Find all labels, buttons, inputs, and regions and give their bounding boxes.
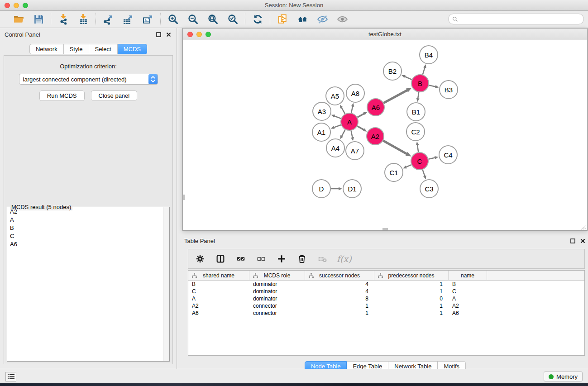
export-image-button[interactable] [142,13,154,26]
table-row[interactable]: Bdominator41B [188,281,584,288]
network-minimize-button[interactable] [196,32,202,37]
network-canvas[interactable]: B4B2BB3A5A8A6B1A3AC2A1A2A4A7C4CC1C3DD1 [183,40,587,230]
graph-edge-A-A8[interactable] [351,106,353,113]
graph-edge-C-C1[interactable] [406,165,411,167]
search-box[interactable] [448,14,584,24]
graph-edge-C-C4[interactable] [429,157,435,159]
resize-grip-icon[interactable] [581,224,587,230]
table-cell[interactable]: B [449,281,487,288]
tab-network[interactable]: Network [29,44,64,54]
graph-edge-A-A5[interactable] [341,107,345,114]
table-settings-button[interactable] [194,253,206,265]
network-window-titlebar[interactable]: testGlobe.txt [183,29,587,40]
table-cell[interactable]: A2 [188,302,249,310]
table-cell[interactable]: A [449,295,487,302]
add-column-button[interactable] [276,253,287,265]
open-file-button[interactable] [12,13,25,26]
column-header-shared-name[interactable]: shared name [188,271,249,280]
h-scrollbar-nub[interactable] [382,228,388,230]
select-all-button[interactable] [235,253,247,265]
import-table-button[interactable] [77,13,90,26]
search-input[interactable] [458,16,583,23]
graph-edge-A-A2[interactable] [357,126,364,130]
table-cell[interactable]: C [449,288,487,295]
new-network-from-selection-button[interactable] [276,13,289,26]
table-cell[interactable]: C [188,288,249,295]
table-row[interactable]: A2connector11A2 [188,302,584,310]
refresh-button[interactable] [251,13,264,26]
graph-edge-A-A3[interactable] [334,116,341,119]
memory-button[interactable]: Memory [544,372,583,381]
table-row[interactable]: Cdominator41C [188,288,584,295]
table-cell[interactable]: dominator [249,288,305,295]
table-cell[interactable]: A6 [188,310,249,317]
zoom-window-button[interactable] [23,3,28,8]
table-cell[interactable]: 1 [374,310,449,317]
hide-selected-button[interactable] [316,13,329,26]
task-history-button[interactable] [5,372,16,381]
table-cell[interactable]: A [188,295,249,302]
zoom-selected-button[interactable] [226,13,239,26]
graph-edge-A-A4[interactable] [342,130,345,137]
save-session-button[interactable] [32,13,45,26]
table-cell[interactable]: A2 [449,302,487,310]
float-panel-button[interactable] [155,31,162,38]
graph-edge-B-B1[interactable] [418,92,419,99]
table-close-panel-button[interactable] [579,237,586,244]
graph-edge-A2-C[interactable] [383,141,407,154]
table-cell[interactable]: 1 [374,302,449,310]
graph-edge-C-C3[interactable] [423,170,425,176]
table-cell[interactable]: 4 [305,288,374,295]
close-panel-action-button[interactable]: Close panel [91,91,138,101]
zoom-in-button[interactable] [167,13,179,26]
table-row[interactable]: Adominator80A [188,295,584,302]
graph-edge-C-C2[interactable] [417,145,418,152]
table-cell[interactable]: 8 [305,295,374,302]
graph-edge-A-A7[interactable] [351,131,353,138]
graph-edge-A-A6[interactable] [358,114,365,118]
graph-edge-B-B4[interactable] [423,67,425,75]
table-cell[interactable]: dominator [249,295,305,302]
table-cell[interactable]: 1 [374,281,449,288]
show-all-button[interactable] [336,13,349,26]
column-header-name[interactable]: name [449,271,487,280]
column-header-predecessor-nodes[interactable]: predecessor nodes [374,271,449,280]
run-mcds-button[interactable]: Run MCDS [39,91,85,101]
network-graph[interactable]: B4B2BB3A5A8A6B1A3AC2A1A2A4A7C4CC1C3DD1 [183,40,587,230]
mcds-result-item[interactable]: A [7,216,163,224]
table-cell[interactable]: connector [249,310,305,317]
tab-mcds[interactable]: MCDS [118,44,147,54]
table-cell[interactable]: connector [249,302,305,310]
export-table-button[interactable] [122,13,134,26]
table-cell[interactable]: B [188,281,249,288]
table-float-panel-button[interactable] [569,237,576,244]
zoom-fit-button[interactable] [206,13,219,26]
node-table[interactable]: shared nameMCDS rolesuccessor nodesprede… [188,270,585,356]
table-cell[interactable]: A6 [449,310,487,317]
zoom-out-button[interactable] [186,13,199,26]
show-columns-button[interactable] [215,253,226,265]
tab-style[interactable]: Style [64,44,89,54]
mcds-result-list[interactable]: A2ABCA6 [7,208,163,361]
column-header-successor-nodes[interactable]: successor nodes [305,271,374,280]
mcds-result-item[interactable]: C [7,232,163,240]
apply-function-button[interactable]: f(x) [337,253,352,265]
v-scrollbar-nub[interactable] [183,195,185,200]
export-network-button[interactable] [102,13,115,26]
close-panel-button[interactable] [165,31,172,38]
delete-column-button[interactable] [296,253,308,265]
mcds-result-scrollbar[interactable] [163,207,169,361]
table-cell[interactable]: dominator [249,281,305,288]
table-cell[interactable]: 1 [305,302,374,310]
network-zoom-button[interactable] [206,32,211,37]
delete-table-button[interactable] [316,253,328,265]
graph-edge-B-B3[interactable] [429,85,436,86]
table-cell[interactable]: 1 [305,310,374,317]
column-header-MCDS-role[interactable]: MCDS role [249,271,305,280]
graph-edge-B-B2[interactable] [405,76,412,80]
mcds-result-item[interactable]: B [7,224,163,232]
graph-edge-A-A1[interactable] [334,125,341,128]
close-window-button[interactable] [5,3,10,8]
deselect-all-button[interactable] [255,253,267,265]
network-close-button[interactable] [187,32,193,37]
